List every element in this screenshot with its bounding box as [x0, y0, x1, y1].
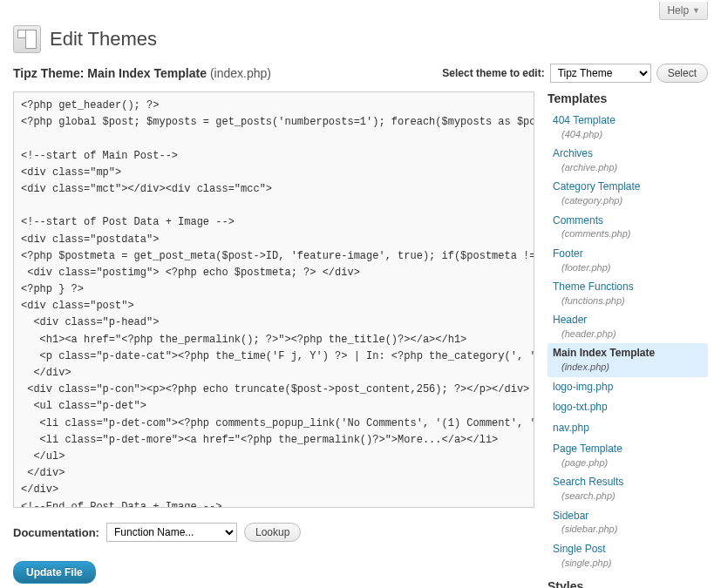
template-link[interactable]: Theme Functions — [553, 280, 634, 293]
template-link[interactable]: nav.php — [553, 422, 589, 434]
template-filename: (functions.php) — [553, 294, 703, 307]
template-filename: (404.php) — [553, 128, 703, 140]
template-link[interactable]: Search Results — [553, 476, 623, 488]
documentation-select[interactable]: Function Name... — [106, 523, 237, 542]
template-item[interactable]: Main Index Template(index.php) — [548, 343, 708, 376]
help-button[interactable]: Help ▼ — [659, 2, 708, 20]
templates-list: 404 Template(404.php)Archives(archive.ph… — [548, 111, 708, 572]
select-theme-label: Select theme to edit: — [442, 67, 544, 79]
template-filename: (search.php) — [553, 490, 703, 502]
code-editor[interactable] — [13, 91, 534, 508]
template-item[interactable]: Category Template(category.php) — [548, 177, 708, 210]
template-item[interactable]: Header(header.php) — [548, 310, 708, 343]
template-item[interactable]: Single Post(single.php) — [548, 539, 708, 572]
help-label: Help — [667, 4, 689, 17]
template-filename: (archive.php) — [553, 161, 703, 173]
template-item[interactable]: nav.php — [548, 418, 708, 439]
template-item[interactable]: logo-img.php — [548, 377, 708, 398]
template-link[interactable]: Footer — [553, 247, 583, 260]
template-link[interactable]: 404 Template — [553, 114, 616, 126]
template-filename: (comments.php) — [553, 227, 703, 240]
template-item[interactable]: Search Results(search.php) — [548, 472, 708, 505]
lookup-button[interactable]: Lookup — [244, 523, 301, 542]
template-link[interactable]: logo-txt.php — [553, 401, 608, 413]
template-filename: (category.php) — [553, 194, 703, 206]
template-item[interactable]: Comments(comments.php) — [548, 211, 708, 244]
template-item[interactable]: Archives(archive.php) — [548, 144, 708, 177]
templates-heading: Templates — [548, 91, 708, 105]
styles-heading: Styles — [548, 579, 708, 588]
template-filename: (single.php) — [553, 557, 703, 569]
template-filename: (index.php) — [553, 361, 703, 373]
current-template: Main Index Template — [87, 66, 207, 80]
template-item[interactable]: logo-txt.php — [548, 397, 708, 418]
template-item[interactable]: Sidebar(sidebar.php) — [548, 506, 708, 539]
template-item[interactable]: Footer(footer.php) — [548, 244, 708, 277]
template-link[interactable]: logo-img.php — [553, 381, 613, 393]
template-filename: (sidebar.php) — [553, 523, 703, 535]
template-link[interactable]: Single Post — [553, 543, 606, 555]
template-item[interactable]: 404 Template(404.php) — [548, 111, 708, 144]
template-link[interactable]: Header — [553, 314, 587, 326]
template-link[interactable]: Comments — [553, 214, 603, 226]
template-filename: (footer.php) — [553, 261, 703, 274]
theme-name: Tipz Theme: — [13, 66, 84, 80]
chevron-down-icon: ▼ — [692, 6, 700, 15]
template-link[interactable]: Page Template — [553, 443, 622, 455]
themes-icon — [13, 25, 41, 53]
template-link[interactable]: Main Index Template — [553, 347, 655, 359]
file-info: Tipz Theme: Main Index Template (index.p… — [13, 66, 271, 80]
update-file-button[interactable]: Update File — [13, 561, 96, 584]
template-item[interactable]: Theme Functions(functions.php) — [548, 277, 708, 310]
template-link[interactable]: Sidebar — [553, 510, 588, 522]
select-button[interactable]: Select — [656, 64, 708, 83]
template-item[interactable]: Page Template(page.php) — [548, 439, 708, 472]
page-title: Edit Themes — [50, 28, 157, 51]
theme-select[interactable]: Tipz Theme — [550, 64, 651, 83]
template-filename: (header.php) — [553, 328, 703, 340]
documentation-label: Documentation: — [13, 526, 99, 539]
template-link[interactable]: Archives — [553, 147, 593, 159]
current-filename: (index.php) — [210, 66, 271, 80]
template-link[interactable]: Category Template — [553, 180, 641, 193]
template-filename: (page.php) — [553, 456, 703, 469]
